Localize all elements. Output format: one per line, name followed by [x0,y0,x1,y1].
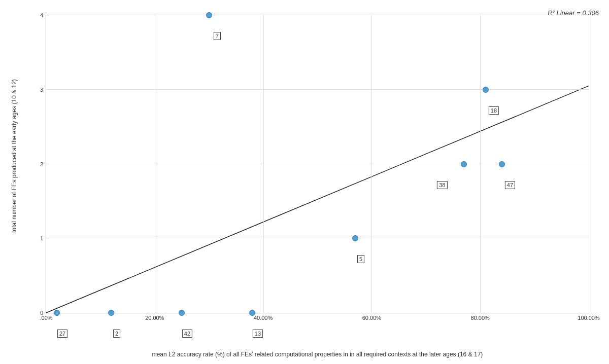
data-point [352,235,358,241]
point-label: 27 [57,330,67,338]
y-tick-label: 3 [40,87,43,93]
point-label: 38 [437,181,447,189]
chart-container: R² Linear = 0.306 total number of FEs pr… [0,0,609,364]
y-axis-label: total number of FEs produced at the earl… [11,131,18,233]
data-point [461,161,467,167]
data-point [108,310,114,316]
x-axis-label: mean L2 accuracy rate (%) of all FEs' re… [46,350,589,359]
grid-line-v [263,15,264,313]
grid-line-h [46,15,589,15]
regression-line-svg [46,15,589,313]
y-tick-label: 1 [40,235,43,241]
data-point [249,310,255,316]
y-tick-label: 2 [40,161,43,167]
plot-area: 01234.00%20.00%40.00%60.00%80.00%100.00%… [46,15,589,313]
grid-line-h [46,164,589,164]
x-tick-label: 60.00% [362,315,381,321]
point-label: 2 [113,330,120,338]
x-tick-label: 80.00% [471,315,490,321]
point-label: 42 [182,330,192,338]
grid-line-h [46,89,589,90]
grid-line-v [480,15,481,313]
point-label: 5 [357,255,364,263]
data-point [54,310,60,316]
point-label: 7 [214,32,221,40]
svg-line-0 [46,86,589,313]
data-point [483,87,489,93]
x-tick-label: 40.00% [254,315,273,321]
point-label: 47 [505,181,515,189]
x-tick-label: 100.00% [578,315,599,321]
data-point [499,161,505,167]
x-tick-label: 20.00% [145,315,164,321]
data-point [206,12,212,18]
grid-line-v [371,15,372,313]
data-point [179,310,185,316]
grid-line-h [46,238,589,238]
grid-line-v [155,15,155,313]
x-tick-label: .00% [40,315,52,321]
grid-line-v [589,15,589,313]
point-label: 13 [253,330,263,338]
y-tick-label: 4 [40,12,43,18]
point-label: 18 [489,106,499,115]
